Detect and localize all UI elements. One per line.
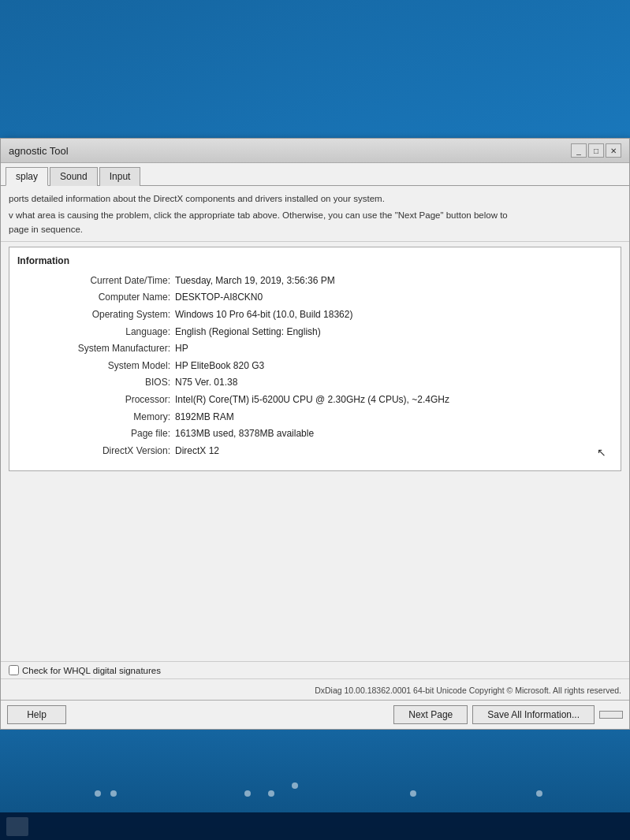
label-language: Language: [17, 324, 175, 341]
taskbar [0, 812, 630, 840]
label-processor: Processor: [17, 392, 175, 409]
tab-display[interactable]: splay [6, 167, 48, 186]
main-content: Information Current Date/Time: Tuesday, … [1, 242, 629, 661]
value-processor: Intel(R) Core(TM) i5-6200U CPU @ 2.30GHz… [175, 392, 449, 409]
label-bios: BIOS: [17, 374, 175, 392]
cursor-icon: ↖ [219, 443, 613, 463]
button-bar: Help Next Page Save All Information... [1, 700, 629, 729]
save-all-button[interactable]: Save All Information... [472, 705, 595, 724]
whql-checkbox-label[interactable]: Check for WHQL digital signatures [9, 665, 621, 675]
directx-diagnostic-window: agnostic Tool _ □ ✕ splay Sound Input po… [0, 138, 630, 730]
desktop-icon-3 [244, 790, 251, 797]
value-pagefile: 1613MB used, 8378MB available [175, 426, 314, 443]
desktop-icon-6 [536, 790, 542, 797]
checkbox-area: Check for WHQL digital signatures [1, 661, 629, 678]
value-manufacturer: HP [175, 340, 188, 358]
value-os: Windows 10 Pro 64-bit (10.0, Build 18362… [175, 307, 352, 324]
label-manufacturer: System Manufacturer: [17, 340, 175, 358]
label-pagefile: Page file: [17, 426, 175, 443]
value-computername: DESKTOP-AI8CKN0 [175, 289, 263, 307]
desktop-icon-1 [95, 790, 101, 797]
info-box-title: Information [17, 255, 613, 266]
start-button[interactable] [6, 817, 28, 836]
label-computername: Computer Name: [17, 289, 175, 307]
label-os: Operating System: [17, 307, 175, 324]
value-memory: 8192MB RAM [175, 409, 234, 426]
desktop-icon-5 [410, 790, 416, 797]
value-language: English (Regional Setting: English) [175, 324, 321, 341]
system-info-box: Information Current Date/Time: Tuesday, … [9, 247, 621, 471]
info-row-language: Language: English (Regional Setting: Eng… [17, 324, 613, 341]
window-title: agnostic Tool [9, 145, 69, 157]
info-row-bios: BIOS: N75 Ver. 01.38 [17, 374, 613, 392]
value-model: HP EliteBook 820 G3 [175, 358, 264, 375]
info-row-manufacturer: System Manufacturer: HP [17, 340, 613, 358]
value-datetime: Tuesday, March 19, 2019, 3:56:36 PM [175, 273, 335, 290]
desc-line1: ports detailed information about the Dir… [9, 192, 621, 206]
description-area: ports detailed information about the Dir… [1, 186, 629, 242]
footer-info: DxDiag 10.00.18362.0001 64-bit Unicode C… [1, 678, 629, 700]
desc-line2: v what area is causing the problem, clic… [9, 209, 621, 222]
desktop-icon-7 [292, 782, 298, 789]
info-row-memory: Memory: 8192MB RAM [17, 409, 613, 426]
desktop-icon-4 [268, 790, 274, 797]
maximize-button[interactable]: □ [588, 143, 604, 158]
tab-sound[interactable]: Sound [50, 167, 98, 186]
info-row-computername: Computer Name: DESKTOP-AI8CKN0 [17, 289, 613, 307]
info-row-model: System Model: HP EliteBook 820 G3 [17, 358, 613, 375]
label-memory: Memory: [17, 409, 175, 426]
label-datetime: Current Date/Time: [17, 273, 175, 290]
desc-line3: page in sequence. [9, 223, 621, 236]
help-button[interactable]: Help [7, 705, 66, 724]
desktop-bottom-area [0, 730, 630, 840]
title-bar: agnostic Tool _ □ ✕ [1, 139, 629, 163]
footer-text: DxDiag 10.00.18362.0001 64-bit Unicode C… [315, 686, 621, 695]
tabs-bar: splay Sound Input [1, 163, 629, 186]
minimize-button[interactable]: _ [571, 143, 587, 158]
label-directx: DirectX Version: [17, 443, 175, 463]
info-row-pagefile: Page file: 1613MB used, 8378MB available [17, 426, 613, 443]
whql-checkbox[interactable] [9, 665, 19, 675]
value-bios: N75 Ver. 01.38 [175, 374, 237, 392]
title-bar-controls: _ □ ✕ [571, 143, 621, 158]
info-row-datetime: Current Date/Time: Tuesday, March 19, 20… [17, 273, 613, 290]
label-model: System Model: [17, 358, 175, 375]
desktop-icon-2 [110, 790, 117, 797]
info-row-directx: DirectX Version: DirectX 12 ↖ [17, 443, 613, 463]
close-button[interactable]: ✕ [606, 143, 621, 158]
info-row-processor: Processor: Intel(R) Core(TM) i5-6200U CP… [17, 392, 613, 409]
next-page-button[interactable]: Next Page [393, 705, 468, 724]
extra-button[interactable] [599, 711, 623, 719]
tab-input[interactable]: Input [99, 167, 141, 186]
info-row-os: Operating System: Windows 10 Pro 64-bit … [17, 307, 613, 324]
value-directx: DirectX 12 [175, 443, 219, 463]
